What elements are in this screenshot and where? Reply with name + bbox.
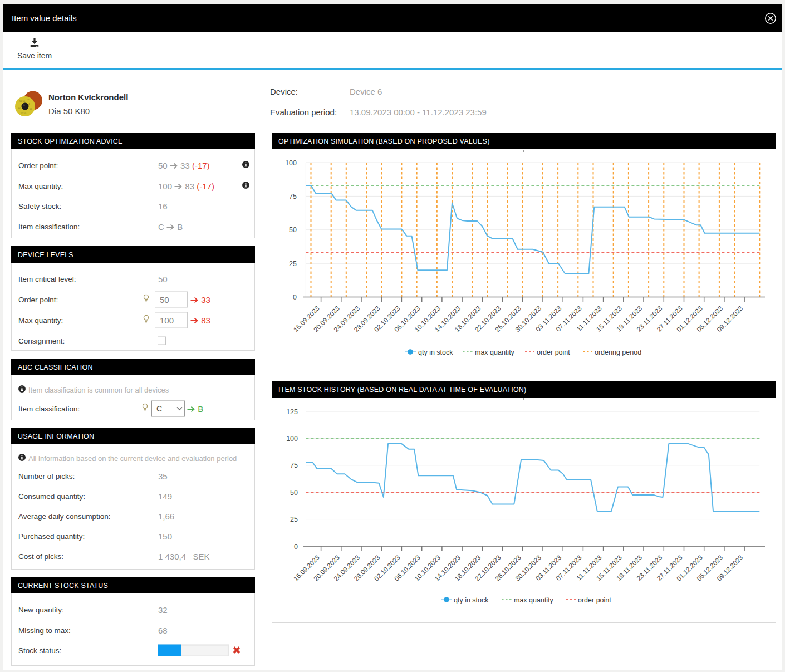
svg-text:50 50: 50 50 [21,112,27,115]
svg-text:100: 100 [286,435,298,443]
svg-text:0: 0 [293,293,297,301]
svg-text:0: 0 [294,543,298,551]
svg-text:ordering period: ordering period [595,349,641,356]
svg-text:50 50: 50 50 [19,100,26,102]
svg-text:25: 25 [290,516,298,523]
svg-text:50: 50 [30,107,32,110]
svg-text:50: 50 [18,106,21,109]
svg-text:order point: order point [578,596,611,604]
svg-text:50: 50 [27,98,30,101]
svg-text:125: 125 [286,408,298,416]
svg-text:max quantity: max quantity [514,596,554,604]
svg-text:50: 50 [290,489,298,497]
svg-text:75: 75 [289,193,297,200]
svg-text:25: 25 [289,260,297,268]
svg-text:max quantity: max quantity [475,349,515,356]
svg-text:order point: order point [537,349,570,356]
svg-text:qty in stock: qty in stock [454,596,489,604]
svg-text:100: 100 [285,159,297,167]
svg-text:qty in stock: qty in stock [418,349,453,356]
svg-text:75: 75 [290,462,298,469]
svg-text:50: 50 [289,226,297,234]
